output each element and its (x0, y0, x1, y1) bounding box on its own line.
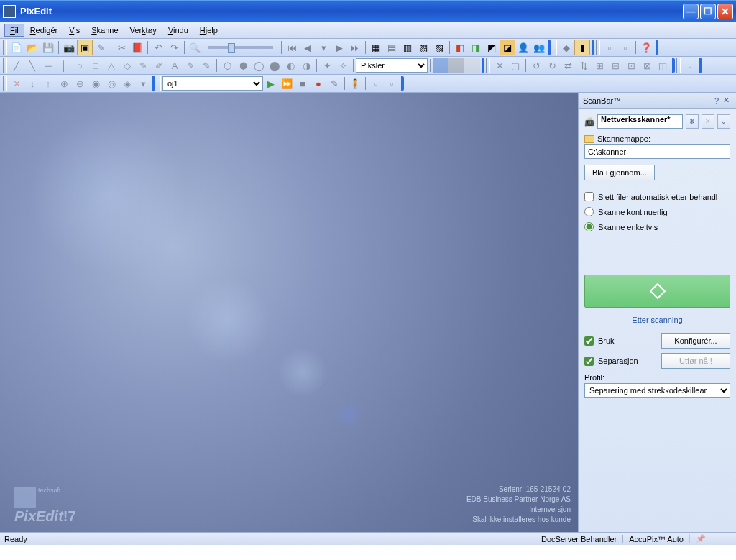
tool-icon[interactable]: ◎ (104, 75, 119, 91)
scan-continuous-radio[interactable] (584, 207, 594, 216)
shape-icon[interactable]: ✦ (319, 58, 335, 73)
scan-icon[interactable]: 📷 (61, 40, 77, 55)
shape-icon[interactable]: ◯ (251, 58, 267, 73)
crop-icon[interactable]: ▢ (507, 58, 523, 73)
toolbar-handle[interactable] (676, 58, 681, 73)
configure-button[interactable]: Konfigurér... (661, 333, 730, 349)
scanner-dropdown-button[interactable]: ⌄ (717, 114, 730, 129)
tool-icon[interactable]: ▫ (368, 75, 384, 91)
layout4-icon[interactable]: ▧ (415, 40, 431, 55)
select-tool-icon[interactable]: ▣ (77, 40, 93, 55)
transform-icon[interactable]: ⊠ (639, 58, 655, 73)
delete-icon[interactable]: ✕ (9, 75, 24, 91)
person-icon[interactable]: 🧍 (347, 75, 363, 91)
tool-icon[interactable]: ✎ (93, 40, 109, 55)
run-now-button[interactable]: Utfør nå ! (661, 353, 730, 369)
menu-rediger[interactable]: Redigér (24, 24, 64, 37)
rotate-icon[interactable]: ↻ (544, 58, 560, 73)
tool-icon[interactable]: ⊕ (56, 75, 72, 91)
file-combo[interactable]: oj1 (162, 76, 263, 91)
view-mode-icon[interactable]: ▮ (574, 40, 590, 55)
color-swatch[interactable] (448, 58, 464, 73)
tool-icon[interactable]: ↑ (40, 75, 56, 91)
tool-icon[interactable]: ▾ (135, 75, 151, 91)
tool-icon[interactable]: ▫ (602, 40, 617, 55)
shape-icon[interactable]: ⬡ (219, 58, 235, 73)
draw-icon[interactable]: ✐ (151, 58, 167, 73)
scanner-remove-button[interactable]: ✕ (702, 114, 714, 129)
menu-fil[interactable]: Fil (4, 24, 24, 37)
transform-icon[interactable]: ⊟ (607, 58, 623, 73)
toolbar-handle[interactable] (553, 40, 557, 55)
draw-icon[interactable]: △ (104, 58, 119, 73)
toolbar-handle[interactable] (596, 40, 600, 55)
tool-icon[interactable]: ◈ (119, 75, 135, 91)
transform-icon[interactable]: ⊡ (623, 58, 639, 73)
shape-icon[interactable]: ⬢ (235, 58, 251, 73)
draw-icon[interactable]: ◇ (119, 58, 135, 73)
tool-icon[interactable]: ◆ (558, 40, 574, 55)
draw-icon[interactable]: ✎ (198, 58, 214, 73)
color-swatch[interactable] (464, 58, 480, 73)
rotate-icon[interactable]: ↺ (528, 58, 544, 73)
prev-page-icon[interactable]: ◀ (300, 40, 316, 55)
tool-icon[interactable]: ◉ (88, 75, 104, 91)
toolbar-handle[interactable] (3, 58, 7, 73)
draw-icon[interactable]: ✎ (183, 58, 198, 73)
scan-single-radio[interactable] (584, 222, 594, 231)
color3-icon[interactable]: ◩ (484, 40, 500, 55)
use-checkbox[interactable] (584, 336, 594, 346)
draw-icon[interactable]: ╲ (24, 58, 40, 73)
draw-icon[interactable]: ─ (40, 58, 56, 73)
close-button[interactable]: ✕ (717, 4, 733, 19)
layout2-icon[interactable]: ▤ (384, 40, 400, 55)
separation-checkbox[interactable] (584, 357, 594, 366)
users-icon[interactable]: 👥 (531, 40, 547, 55)
tool-icon[interactable]: ↓ (24, 75, 40, 91)
goto-page-icon[interactable]: ▾ (316, 40, 331, 55)
status-resize-grip[interactable]: ⋰ (712, 534, 732, 543)
last-page-icon[interactable]: ⏭ (347, 40, 363, 55)
toolbar-handle[interactable] (3, 40, 7, 55)
folder-input[interactable] (584, 144, 730, 159)
canvas-area[interactable]: techsoft PixEdit!7 Serienr: 165-21524-02… (0, 93, 578, 532)
browse-button[interactable]: Bla i gjennom... (584, 165, 655, 180)
book-icon[interactable]: 📕 (129, 40, 145, 55)
next-page-icon[interactable]: ▶ (331, 40, 347, 55)
toolbar-handle[interactable] (3, 76, 7, 91)
draw-icon[interactable]: │ (56, 58, 72, 73)
draw-icon[interactable]: □ (88, 58, 104, 73)
zoom-icon[interactable]: 🔍 (187, 40, 203, 55)
menu-hjelp[interactable]: Hjelp (194, 24, 224, 37)
play-icon[interactable]: ▶ (263, 75, 279, 91)
units-combo[interactable]: Piksler (356, 58, 428, 73)
help-icon[interactable]: ❓ (638, 40, 654, 55)
tool-icon[interactable]: ⊖ (72, 75, 88, 91)
draw-icon[interactable]: ✎ (135, 58, 151, 73)
maximize-button[interactable]: ☐ (700, 4, 716, 19)
close-panel-icon[interactable]: ✕ (721, 96, 732, 105)
tool-icon[interactable]: ▫ (682, 58, 698, 73)
layout3-icon[interactable]: ▥ (400, 40, 415, 55)
color-swatch[interactable] (433, 58, 448, 73)
crop-icon[interactable]: ✕ (492, 58, 507, 73)
color1-icon[interactable]: ◧ (452, 40, 468, 55)
menu-vindu[interactable]: Vindu (162, 24, 194, 37)
cut-icon[interactable]: ✂ (114, 40, 129, 55)
first-page-icon[interactable]: ⏮ (284, 40, 300, 55)
profile-select[interactable]: Separering med strekkodeskillear (584, 383, 730, 398)
transform-icon[interactable]: ⊞ (592, 58, 607, 73)
menu-verktoy[interactable]: Verktøy (124, 24, 162, 37)
user-icon[interactable]: 👤 (515, 40, 531, 55)
tool-icon[interactable]: ▫ (617, 40, 633, 55)
shape-icon[interactable]: ⬤ (267, 58, 282, 73)
flip-icon[interactable]: ⇄ (560, 58, 576, 73)
open-icon[interactable]: 📂 (24, 40, 40, 55)
status-pin-icon[interactable]: 📌 (689, 534, 712, 543)
color2-icon[interactable]: ◨ (468, 40, 484, 55)
minimize-button[interactable]: — (683, 4, 699, 19)
draw-icon[interactable]: ╱ (9, 58, 24, 73)
layout-icon[interactable]: ▦ (368, 40, 384, 55)
menu-skanne[interactable]: Skanne (86, 24, 124, 37)
shape-icon[interactable]: ◑ (298, 58, 314, 73)
